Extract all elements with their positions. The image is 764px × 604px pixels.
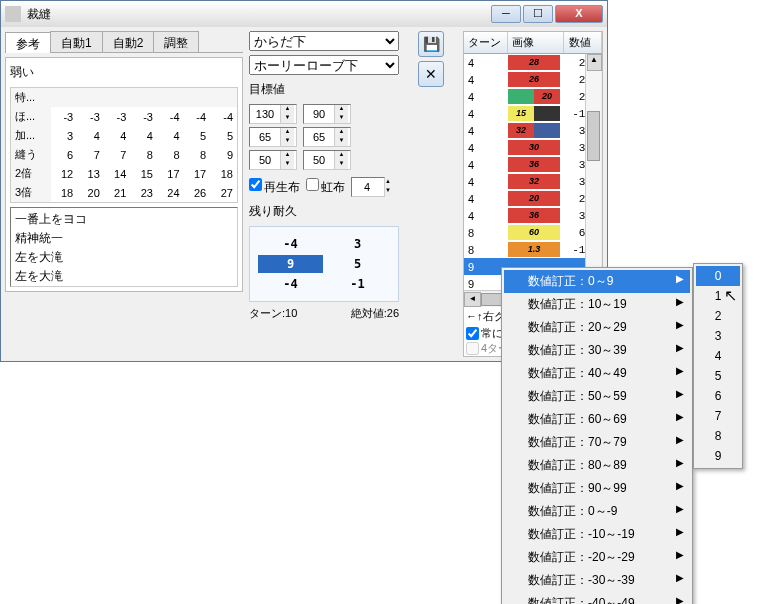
list-item[interactable]: 一番上をヨコ — [13, 210, 235, 229]
table-row[interactable]: 81.3-13 — [464, 241, 602, 258]
tab-0[interactable]: 参考 — [5, 32, 51, 53]
weak-label: 弱い — [10, 64, 238, 81]
submenu-item[interactable]: 3 — [696, 326, 740, 346]
context-menu[interactable]: 数値訂正：0～9▶数値訂正：10～19▶数値訂正：20～29▶数値訂正：30～3… — [501, 267, 693, 604]
menu-item[interactable]: 数値訂正：-20～-29▶ — [504, 546, 690, 569]
small-spinner[interactable]: ▲▼ — [351, 177, 385, 197]
left-panel: 弱い 特...ほ...-3-3-3-3-4-4-4加...3444455縫う67… — [5, 57, 243, 292]
table-row[interactable]: 42024 — [464, 88, 602, 105]
target-spinner[interactable]: ▲▼ — [303, 127, 351, 147]
menu-item[interactable]: 数値訂正：80～89▶ — [504, 454, 690, 477]
table-row[interactable]: 42026 — [464, 190, 602, 207]
table-row[interactable]: 43634 — [464, 156, 602, 173]
submenu-item[interactable]: 0 — [696, 266, 740, 286]
always-regen-checkbox[interactable] — [466, 327, 479, 340]
window-title: 裁縫 — [27, 6, 491, 23]
category-combo[interactable]: からだ下 — [249, 31, 399, 51]
list-item[interactable]: 精神統一 — [13, 229, 235, 248]
menu-item[interactable]: 数値訂正：0～9▶ — [504, 270, 690, 293]
list-item[interactable]: 左を大滝 — [13, 248, 235, 267]
menu-item[interactable]: 数値訂正：70～79▶ — [504, 431, 690, 454]
action-listbox[interactable]: 一番上をヨコ精神統一左を大滝左を大滝精神統一右を大滝 — [10, 207, 238, 287]
table-row[interactable]: 86060 — [464, 224, 602, 241]
context-submenu[interactable]: 0123456789 — [693, 263, 743, 469]
menu-item[interactable]: 数値訂正：10～19▶ — [504, 293, 690, 316]
cancel-button[interactable]: ✕ — [418, 61, 444, 87]
col-value-header[interactable]: 数値 — [564, 32, 602, 53]
every4-checkbox — [466, 342, 479, 355]
menu-item[interactable]: 数値訂正：-10～-19▶ — [504, 523, 690, 546]
table-row[interactable]: 43636 — [464, 207, 602, 224]
save-button[interactable]: 💾 — [418, 31, 444, 57]
target-spinner[interactable]: ▲▼ — [249, 104, 297, 124]
list-item[interactable]: 精神統一 — [13, 286, 235, 287]
col-turn-header[interactable]: ターン — [464, 32, 508, 53]
submenu-item[interactable]: 6 — [696, 386, 740, 406]
menu-item[interactable]: 数値訂正：40～49▶ — [504, 362, 690, 385]
rainbow-checkbox[interactable]: 虹布 — [306, 178, 345, 196]
submenu-item[interactable]: 1 — [696, 286, 740, 306]
menu-item[interactable]: 数値訂正：-40～-49▶ — [504, 592, 690, 604]
maximize-button[interactable]: ☐ — [523, 5, 553, 23]
target-spinner[interactable]: ▲▼ — [249, 150, 297, 170]
minimize-button[interactable]: ─ — [491, 5, 521, 23]
tab-3[interactable]: 調整 — [153, 31, 199, 52]
remain-label: 残り耐久 — [249, 203, 399, 220]
close-button[interactable]: X — [555, 5, 603, 23]
abs-value: 絶対値:26 — [351, 306, 399, 321]
submenu-item[interactable]: 2 — [696, 306, 740, 326]
menu-item[interactable]: 数値訂正：20～29▶ — [504, 316, 690, 339]
table-row[interactable]: 43034 — [464, 139, 602, 156]
turn-count: ターン:10 — [249, 306, 297, 321]
vertical-scrollbar[interactable]: ▲▼ — [585, 54, 602, 290]
difficulty-table: 特...ほ...-3-3-3-3-4-4-4加...3444455縫う67788… — [10, 87, 238, 203]
menu-item[interactable]: 数値訂正：90～99▶ — [504, 477, 690, 500]
floppy-icon: 💾 — [423, 36, 440, 52]
table-row[interactable]: 415-15 — [464, 105, 602, 122]
calc-panel: -4395-4-1 — [249, 226, 399, 302]
menu-item[interactable]: 数値訂正：60～69▶ — [504, 408, 690, 431]
submenu-item[interactable]: 9 — [696, 446, 740, 466]
target-label: 目標値 — [249, 81, 399, 98]
table-row[interactable]: 42828 — [464, 54, 602, 71]
menu-item[interactable]: 数値訂正：-30～-39▶ — [504, 569, 690, 592]
tab-1[interactable]: 自動1 — [50, 31, 103, 52]
submenu-item[interactable]: 8 — [696, 426, 740, 446]
list-item[interactable]: 左を大滝 — [13, 267, 235, 286]
menu-item[interactable]: 数値訂正：30～39▶ — [504, 339, 690, 362]
menu-item[interactable]: 数値訂正：0～-9▶ — [504, 500, 690, 523]
titlebar: 裁縫 ─ ☐ X — [1, 1, 607, 27]
regen-checkbox[interactable]: 再生布 — [249, 178, 300, 196]
submenu-item[interactable]: 4 — [696, 346, 740, 366]
submenu-item[interactable]: 7 — [696, 406, 740, 426]
target-spinner[interactable]: ▲▼ — [249, 127, 297, 147]
col-image-header[interactable]: 画像 — [508, 32, 564, 53]
tab-2[interactable]: 自動2 — [102, 31, 155, 52]
table-row[interactable]: 43232 — [464, 173, 602, 190]
app-icon — [5, 6, 21, 22]
item-combo[interactable]: ホーリーローブ下 — [249, 55, 399, 75]
target-spinner[interactable]: ▲▼ — [303, 150, 351, 170]
submenu-item[interactable]: 5 — [696, 366, 740, 386]
menu-item[interactable]: 数値訂正：50～59▶ — [504, 385, 690, 408]
table-row[interactable]: 43232 — [464, 122, 602, 139]
x-icon: ✕ — [425, 66, 437, 82]
mid-panel: からだ下 ホーリーローブ下 目標値 ▲▼▲▼▲▼▲▼▲▼▲▼ 再生布 虹布 ▲▼… — [249, 31, 399, 357]
table-row[interactable]: 42626 — [464, 71, 602, 88]
target-spinner[interactable]: ▲▼ — [303, 104, 351, 124]
tab-strip: 参考自動1自動2調整 — [5, 31, 243, 53]
